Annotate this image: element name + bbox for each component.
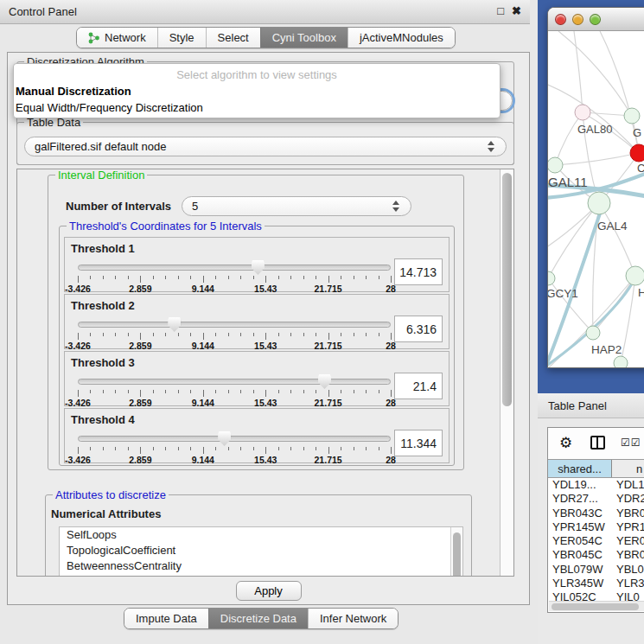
tick-mark	[103, 447, 104, 450]
cell-name[interactable]: YBR0	[612, 507, 644, 520]
tab-infer-network[interactable]: Infer Network	[308, 609, 398, 628]
threshold-value-field[interactable]: 6.316	[394, 316, 443, 342]
table-data-combobox[interactable]: galFiltered.sif default node	[24, 137, 507, 156]
close-icon[interactable]: ✖	[512, 4, 521, 17]
slider-thumb[interactable]	[168, 317, 181, 332]
slider-track[interactable]	[78, 436, 391, 442]
tick-mark	[366, 333, 367, 336]
network-canvas[interactable]: GAL80GCGAL11GAL4GCY1HHAP2	[548, 31, 644, 368]
thresholds-group-title: Threshold's Coordinates for 5 Intervals	[67, 220, 265, 233]
gear-icon[interactable]: ⚙	[559, 434, 572, 452]
attribute-list-item[interactable]: SelfLoops	[60, 527, 462, 543]
list-scrollbar[interactable]	[450, 527, 462, 577]
table-row[interactable]: YDR27...YDR2	[548, 492, 644, 506]
network-node[interactable]	[586, 326, 600, 340]
table-horizontal-scrollbar[interactable]	[549, 601, 644, 611]
zoom-traffic-light-icon[interactable]	[590, 14, 601, 25]
tab-cyni-toolbox[interactable]: Cyni Toolbox	[260, 28, 348, 48]
tab-impute-data[interactable]: Impute Data	[124, 609, 208, 628]
network-edge[interactable]	[558, 31, 632, 116]
tick-mark	[354, 276, 354, 279]
table-row[interactable]: YDL19...YDL1	[548, 478, 644, 492]
tab-style[interactable]: Style	[157, 28, 206, 48]
column-header-name[interactable]: n	[612, 460, 644, 477]
slider-thumb[interactable]	[218, 431, 231, 446]
split-columns-icon[interactable]	[590, 436, 605, 450]
apply-button[interactable]: Apply	[236, 581, 302, 601]
attribute-list-item[interactable]: TopologicalCoefficient	[60, 543, 462, 558]
network-node[interactable]	[614, 356, 628, 368]
network-node[interactable]	[624, 108, 640, 124]
cell-name[interactable]: YLR3	[612, 577, 644, 590]
panel-title: Control Panel	[9, 5, 77, 18]
cell-shared-name[interactable]: YBR045C	[548, 548, 612, 562]
cell-name[interactable]: YBL0	[612, 563, 644, 577]
table-row[interactable]: YPR145WYPR1	[548, 520, 644, 534]
network-node[interactable]	[588, 192, 610, 214]
network-edge[interactable]	[599, 203, 635, 276]
network-node[interactable]	[548, 271, 555, 285]
menu-item-equal-width-frequency[interactable]: Equal Width/Frequency Discretization	[14, 99, 500, 116]
slider-track[interactable]	[78, 322, 391, 328]
table-row[interactable]: YLR345WYLR3	[548, 577, 644, 590]
slider-track[interactable]	[78, 379, 391, 385]
combo-stepper-icon	[488, 141, 495, 152]
table-row[interactable]: YER054CYER0	[548, 534, 644, 548]
threshold-value-field[interactable]: 11.344	[394, 430, 443, 456]
cell-name[interactable]: YBR0	[612, 548, 644, 562]
network-node[interactable]	[575, 105, 590, 120]
threshold-slider[interactable]: -3.4262.8599.14415.4321.71528	[78, 260, 391, 291]
threshold-slider[interactable]: -3.4262.8599.14415.4321.71528	[78, 317, 391, 348]
minimize-traffic-light-icon[interactable]	[572, 14, 583, 25]
table-row[interactable]: YBL079WYBL0	[548, 563, 644, 577]
tick-mark	[190, 333, 191, 336]
slider-thumb[interactable]	[318, 374, 331, 389]
tab-network[interactable]: Network	[77, 28, 157, 48]
slider-track[interactable]	[78, 265, 391, 271]
tab-discretize-data[interactable]: Discretize Data	[208, 609, 308, 628]
column-header-shared[interactable]: shared...	[548, 460, 612, 477]
threshold-value-field[interactable]: 14.713	[394, 258, 443, 285]
cell-name[interactable]: YPR1	[612, 520, 644, 534]
tick-mark	[354, 390, 354, 393]
cell-name[interactable]: YDR2	[612, 492, 644, 506]
threshold-slider[interactable]: -3.4262.8599.14415.4321.71528	[78, 374, 391, 405]
panel-scrollbar-thumb[interactable]	[502, 173, 512, 406]
menu-item-manual-discretization[interactable]: Manual Discretization	[14, 83, 500, 99]
cell-name[interactable]: YER0	[612, 534, 644, 548]
list-scrollbar-thumb[interactable]	[453, 532, 461, 577]
network-edge[interactable]	[574, 31, 583, 112]
cell-name[interactable]: YDL1	[612, 478, 644, 492]
tick-mark	[303, 447, 304, 450]
network-node[interactable]	[626, 266, 644, 285]
tab-jactivemnodules[interactable]: jActiveMNodules	[348, 28, 455, 48]
tab-cyni-toolbox-label: Cyni Toolbox	[272, 31, 336, 44]
cell-shared-name[interactable]: YDR27...	[548, 492, 612, 506]
cell-shared-name[interactable]: YPR145W	[548, 520, 612, 534]
cell-shared-name[interactable]: YBR043C	[548, 507, 612, 520]
network-edge[interactable]	[555, 153, 639, 165]
network-node[interactable]	[548, 157, 563, 173]
tick-mark	[115, 447, 116, 450]
number-of-intervals-combobox[interactable]: 5	[182, 196, 411, 216]
close-traffic-light-icon[interactable]	[555, 14, 566, 25]
table-row[interactable]: YBR043CYBR0	[548, 507, 644, 520]
select-columns-checkboxes-icon[interactable]: ☑☑	[621, 437, 641, 449]
cell-shared-name[interactable]: YER054C	[548, 534, 612, 548]
threshold-value-field[interactable]: 21.4	[394, 373, 443, 399]
attribute-list-item[interactable]: BetweennessCentrality	[60, 558, 462, 574]
slider-thumb[interactable]	[252, 260, 265, 275]
cell-shared-name[interactable]: YLR345W	[548, 577, 612, 590]
threshold-slider[interactable]: -3.4262.8599.14415.4321.71528	[78, 431, 391, 462]
panel-scrollbar[interactable]	[500, 169, 513, 576]
float-window-icon[interactable]: □	[497, 4, 504, 17]
table-row[interactable]: YBR045CYBR0	[548, 548, 644, 562]
table-horizontal-scrollbar-thumb[interactable]	[552, 603, 639, 610]
network-node[interactable]	[630, 144, 644, 162]
cell-shared-name[interactable]: YBL079W	[548, 563, 612, 577]
network-edge[interactable]	[555, 112, 583, 165]
table-panel-title: Table Panel	[548, 399, 607, 412]
tick-mark	[215, 390, 216, 393]
cell-shared-name[interactable]: YDL19...	[548, 478, 612, 492]
tab-select[interactable]: Select	[206, 28, 260, 48]
